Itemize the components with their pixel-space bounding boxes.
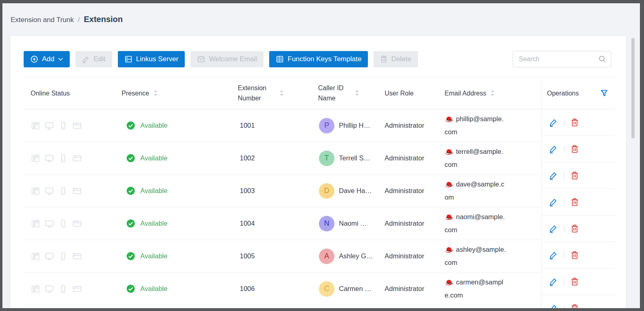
table-row[interactable]: Available 1005 A Ashley G… Administrator… — [24, 240, 615, 273]
red-hat-icon — [445, 147, 454, 159]
online-status-cell — [31, 284, 82, 294]
desktop-icon — [44, 186, 54, 196]
delete-icon[interactable] — [571, 224, 579, 233]
delete-icon[interactable] — [571, 198, 579, 207]
extension-number: 1003 — [240, 187, 255, 195]
content-card: Add Edit Linkus Server — [10, 36, 626, 311]
extension-number: 1002 — [240, 154, 255, 162]
presence-label: Available — [140, 187, 168, 195]
breadcrumb-section[interactable]: Extension and Trunk — [11, 16, 74, 24]
column-header-email-address[interactable]: Email Address — [445, 77, 541, 109]
edit-icon[interactable] — [549, 251, 558, 260]
operations-row — [542, 269, 615, 295]
delete-icon[interactable] — [571, 171, 579, 180]
sort-icon[interactable] — [355, 90, 359, 96]
delete-icon[interactable] — [571, 118, 579, 127]
breadcrumb: Extension and Trunk / Extension — [11, 15, 123, 24]
red-hat-icon — [445, 180, 454, 191]
add-button[interactable]: Add — [24, 51, 70, 67]
vertical-scrollbar-thumb[interactable] — [631, 38, 635, 138]
table-header: Online Status Presence Extension Number … — [24, 77, 615, 109]
caller-avatar: T — [319, 151, 334, 166]
presence-available-icon — [126, 219, 135, 228]
delete-icon[interactable] — [571, 251, 579, 260]
mobile-icon — [58, 284, 68, 294]
operations-divider — [564, 278, 564, 285]
web-client-icon — [72, 219, 82, 229]
linkus-server-button[interactable]: Linkus Server — [118, 51, 185, 67]
desktop-icon — [44, 284, 54, 294]
plus-circle-icon — [30, 55, 38, 63]
online-status-cell — [31, 121, 82, 131]
desktop-icon — [44, 219, 54, 229]
table-row[interactable]: Available 1001 P Phillip H… Administrato… — [24, 109, 615, 142]
table-row[interactable]: Available 1004 N Naomi … Administrator n… — [24, 207, 615, 240]
presence-available-icon — [126, 154, 135, 162]
presence-available-icon — [126, 121, 135, 130]
search-box — [513, 51, 611, 67]
presence-label: Available — [140, 285, 168, 293]
desktop-icon — [44, 251, 54, 261]
presence-available-icon — [126, 252, 135, 260]
function-keys-template-button[interactable]: Function Keys Template — [269, 51, 368, 67]
presence-label: Available — [140, 122, 168, 129]
operations-body — [542, 109, 615, 309]
filter-icon[interactable] — [600, 89, 608, 97]
mobile-icon — [58, 186, 68, 196]
web-client-icon — [72, 186, 82, 196]
caller-id-name: Naomi … — [339, 220, 367, 227]
column-header-extension-number[interactable]: Extension Number — [238, 77, 318, 109]
sort-icon[interactable] — [153, 90, 158, 96]
desk-phone-icon — [31, 219, 40, 229]
delete-icon[interactable] — [571, 277, 579, 286]
mobile-icon — [58, 219, 68, 229]
email-address: dave@sample.c om — [445, 178, 536, 203]
caller-id-name: Terrell S… — [339, 154, 370, 162]
edit-icon[interactable] — [549, 198, 558, 207]
presence-label: Available — [140, 154, 168, 162]
user-role: Administrator — [385, 220, 424, 227]
table-row[interactable]: Available 1003 D Dave Ha… Administrator … — [24, 175, 615, 207]
operations-row — [542, 136, 615, 162]
column-header-presence[interactable]: Presence — [122, 77, 238, 109]
delete-icon[interactable] — [571, 144, 579, 153]
operations-divider — [564, 305, 564, 310]
email-address: ashley@sample. com — [445, 244, 536, 269]
table-row[interactable]: Available 1002 T Terrell S… Administrato… — [24, 142, 615, 175]
caller-avatar: A — [319, 249, 334, 264]
operations-row — [542, 162, 615, 189]
user-role: Administrator — [385, 187, 424, 195]
desk-phone-icon — [31, 121, 40, 131]
mobile-icon — [58, 251, 68, 261]
breadcrumb-divider: / — [78, 16, 80, 24]
edit-icon[interactable] — [549, 224, 558, 233]
extension-table: Online Status Presence Extension Number … — [24, 77, 615, 311]
user-role: Administrator — [385, 285, 424, 293]
web-client-icon — [72, 284, 82, 294]
delete-icon[interactable] — [571, 304, 579, 309]
caller-id-name: Phillip H… — [339, 122, 370, 129]
table-row[interactable]: Available 1006 C Carmen … Administrator … — [24, 273, 615, 305]
search-input[interactable] — [513, 51, 611, 67]
edit-button[interactable]: Edit — [75, 51, 112, 67]
edit-icon[interactable] — [549, 118, 558, 127]
edit-icon[interactable] — [549, 277, 558, 286]
delete-button[interactable]: Delete — [374, 51, 418, 67]
desk-phone-icon — [31, 186, 40, 196]
extension-number: 1005 — [240, 252, 255, 260]
welcome-email-button[interactable]: Welcome Email — [190, 51, 263, 67]
operations-row — [542, 189, 615, 215]
presence-available-icon — [126, 284, 135, 293]
chevron-down-icon — [58, 58, 63, 61]
server-icon — [124, 55, 133, 63]
column-header-caller-id-name[interactable]: Caller ID Name — [318, 77, 385, 109]
envelope-icon — [197, 55, 205, 63]
toolbar: Add Edit Linkus Server — [24, 51, 611, 67]
presence-label: Available — [140, 252, 168, 260]
edit-icon[interactable] — [549, 144, 558, 153]
sort-icon[interactable] — [490, 90, 495, 96]
edit-icon[interactable] — [549, 304, 558, 309]
sort-icon[interactable] — [279, 90, 284, 96]
edit-icon[interactable] — [549, 171, 558, 180]
web-client-icon — [72, 121, 82, 131]
